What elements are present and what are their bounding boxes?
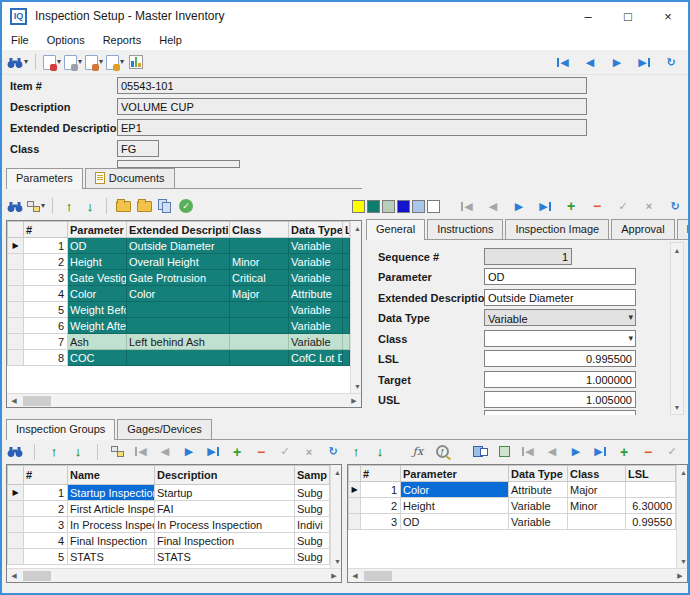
swatch-lightblue[interactable]	[412, 200, 425, 213]
groups-prev-button[interactable]: ◀	[156, 443, 174, 461]
extended-description-field[interactable]	[117, 119, 587, 136]
maximize-button[interactable]: □	[608, 3, 648, 29]
menu-file[interactable]: File	[2, 32, 38, 48]
group-row[interactable]: 4Final InspectionFinal InspectionSubg	[8, 533, 330, 549]
move-up-button[interactable]: ↑	[60, 197, 78, 215]
group-param-row[interactable]: ▶1ColorAttributeMajor	[349, 482, 676, 498]
tab-documents[interactable]: Documents	[85, 168, 175, 188]
scroll-left-icon[interactable]: ◀	[348, 569, 362, 583]
tab-gages-devices[interactable]: Gages/Devices	[117, 419, 212, 439]
groups-vscrollbar[interactable]: ▲ ▼	[330, 465, 341, 568]
parameter-row[interactable]: 4ColorColorMajorAttribute	[8, 286, 350, 302]
menu-reports[interactable]: Reports	[94, 32, 151, 48]
detail-post-button[interactable]: ✓	[614, 197, 632, 215]
detail-add-button[interactable]: +	[562, 197, 580, 215]
chart-button[interactable]	[127, 53, 145, 71]
folder-in-button[interactable]	[114, 197, 132, 215]
formula-preview-button[interactable]: ƒ	[433, 443, 451, 461]
swatch-yellow[interactable]	[352, 200, 365, 213]
close-button[interactable]: ×	[648, 3, 688, 29]
class-select[interactable]: ▾	[484, 330, 636, 347]
groups-first-button[interactable]: ◀	[132, 443, 150, 461]
detail-cancel-button[interactable]: ×	[640, 197, 658, 215]
scroll-up-icon[interactable]: ▲	[351, 221, 362, 235]
parameter-row[interactable]: 5Weight BefoVariable	[8, 302, 350, 318]
scroll-down-icon[interactable]: ▼	[670, 400, 684, 414]
swatch-green[interactable]	[382, 200, 395, 213]
scroll-up-icon[interactable]: ▲	[677, 465, 688, 479]
group-param-row[interactable]: 2HeightVariableMinor6.30000	[349, 498, 676, 514]
caret-icon[interactable]: ▾	[120, 58, 124, 66]
tab-parameters[interactable]: Parameters	[6, 168, 83, 189]
groups-cancel-button[interactable]: ×	[300, 443, 318, 461]
record-last-button[interactable]: ▶	[635, 53, 653, 71]
gparam-delete-button[interactable]: −	[639, 443, 657, 461]
tab-instructions[interactable]: Instructions	[427, 219, 503, 239]
sequence-field[interactable]	[484, 248, 572, 265]
gparam-prev-button[interactable]: ◀	[543, 443, 561, 461]
gparam-post-button[interactable]: ✓	[663, 443, 681, 461]
scroll-down-icon[interactable]: ▼	[351, 379, 362, 393]
parameter-row[interactable]: 2HeightOverall HeightMinorVariable	[8, 254, 350, 270]
parameters-vscrollbar[interactable]: ▲ ▼	[350, 221, 361, 393]
report-button-2[interactable]: ▾	[64, 53, 82, 71]
gparam-first-button[interactable]: ◀	[519, 443, 537, 461]
swatch-teal[interactable]	[367, 200, 380, 213]
groups-move-down-button[interactable]: ↓	[69, 443, 87, 461]
gparam-move-down-button[interactable]: ↓	[371, 443, 389, 461]
gparam-last-button[interactable]: ▶	[591, 443, 609, 461]
find-caret-icon[interactable]: ▾	[24, 58, 28, 66]
scroll-down-icon[interactable]: ▼	[677, 554, 688, 568]
scrollbar-thumb[interactable]	[23, 571, 51, 581]
parameters-hscrollbar[interactable]: ◀ ▶	[7, 393, 361, 407]
tab-inspection-groups[interactable]: Inspection Groups	[6, 419, 115, 440]
tab-approval[interactable]: Approval	[611, 219, 674, 239]
groups-add-button[interactable]: +	[228, 443, 246, 461]
groups-refresh-button[interactable]: ↻	[324, 443, 342, 461]
caret-icon[interactable]: ▾	[99, 58, 103, 66]
detail-refresh-button[interactable]: ↻	[666, 197, 684, 215]
green-square-button[interactable]	[495, 443, 513, 461]
scroll-up-icon[interactable]: ▲	[670, 243, 684, 257]
parameter-row[interactable]: ▶1ODOutside DiameterVariable	[8, 238, 350, 254]
group-row[interactable]: 2First Article InspecFAISubg	[8, 501, 330, 517]
scrollbar-thumb[interactable]	[23, 396, 51, 406]
grid-layout-button[interactable]: ▾	[27, 197, 45, 215]
parameter-row[interactable]: 6Weight AfteVariable	[8, 318, 350, 334]
detail-prev-button[interactable]: ◀	[484, 197, 502, 215]
detail-vscrollbar[interactable]: ▲ ▼	[670, 242, 684, 415]
swatch-white[interactable]	[427, 200, 440, 213]
attach-params-button[interactable]	[471, 443, 489, 461]
group-row[interactable]: ▶1Startup InspectionStartupSubg	[8, 485, 330, 501]
group-param-row[interactable]: 3ODVariable0.99550	[349, 514, 676, 530]
tab-general[interactable]: General	[366, 219, 425, 240]
menu-options[interactable]: Options	[38, 32, 94, 48]
caret-icon[interactable]: ▾	[78, 58, 82, 66]
gparam-next-button[interactable]: ▶	[567, 443, 585, 461]
target-field[interactable]	[484, 371, 636, 388]
tab-inspection-image[interactable]: Inspection Image	[505, 219, 609, 239]
group-row[interactable]: 5STATSSTATSSubg	[8, 549, 330, 565]
report-button-1[interactable]: ▾	[43, 53, 61, 71]
swatch-blue[interactable]	[397, 200, 410, 213]
groups-find-button[interactable]	[6, 443, 24, 461]
groups-post-button[interactable]: ✓	[276, 443, 294, 461]
scroll-left-icon[interactable]: ◀	[7, 394, 21, 408]
report-button-3[interactable]: ▾	[85, 53, 103, 71]
group-row[interactable]: 3In Process InspectIn Process Inspection…	[8, 517, 330, 533]
groups-next-button[interactable]: ▶	[180, 443, 198, 461]
minimize-button[interactable]: –	[568, 3, 608, 29]
groups-last-button[interactable]: ▶	[204, 443, 222, 461]
groups-delete-button[interactable]: −	[252, 443, 270, 461]
usl-field[interactable]	[484, 391, 636, 408]
scroll-right-icon[interactable]: ▶	[347, 394, 361, 408]
record-next-button[interactable]: ▶	[608, 53, 626, 71]
record-first-button[interactable]: ◀	[554, 53, 572, 71]
ext-desc-field[interactable]	[484, 289, 636, 306]
record-prev-button[interactable]: ◀	[581, 53, 599, 71]
tab-realtime[interactable]: RealTi	[677, 219, 690, 239]
groups-layout-button[interactable]	[108, 443, 126, 461]
groups-hscrollbar[interactable]: ◀ ▶	[7, 568, 341, 582]
folder-out-button[interactable]	[135, 197, 153, 215]
scroll-right-icon[interactable]: ▶	[327, 569, 341, 583]
